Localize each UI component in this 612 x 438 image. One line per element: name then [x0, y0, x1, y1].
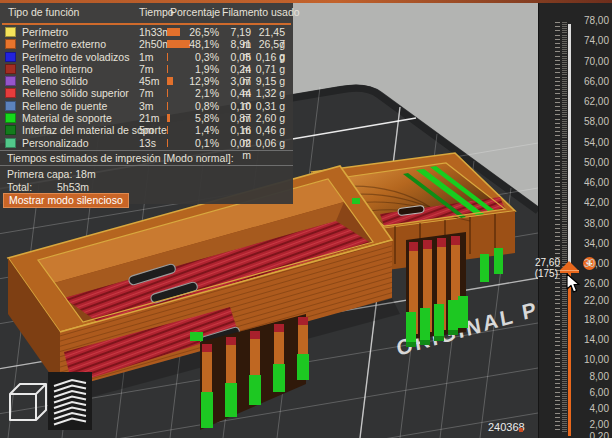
layer-height-label: 78,00: [575, 15, 609, 26]
estimates-title: Tiempos estimados de impresión [Modo nor…: [7, 152, 234, 164]
feature-percent-bar: [167, 102, 168, 110]
feature-percent: 2,1%: [183, 87, 219, 99]
feature-percent-bar: [167, 77, 173, 85]
layer-height-label: 46,00: [575, 177, 609, 188]
slider-handle-bar: [560, 270, 579, 273]
legend-header-percent: Porcentaje: [170, 6, 220, 22]
feature-percent: 0,8%: [183, 100, 219, 112]
feature-time: 5m: [139, 124, 154, 136]
feature-time: 1m: [139, 51, 154, 63]
feature-grams: 9,15 g: [252, 75, 285, 87]
feature-color-swatch: [5, 64, 16, 74]
slider-current-height: 27,60: [526, 257, 560, 268]
layer-ticks-minor: [562, 22, 567, 434]
feature-label: Relleno sólido superior: [22, 87, 129, 99]
layer-height-label: 10,00: [575, 354, 609, 365]
total-time-label: Total:: [7, 181, 32, 193]
layer-height-label: 2,00: [575, 419, 609, 430]
feature-time: 13s: [139, 137, 156, 149]
show-silent-mode-button[interactable]: Mostrar modo silencioso: [3, 193, 129, 208]
layer-height-label: 8,00: [575, 371, 609, 382]
separator: [0, 150, 293, 151]
layer-height-label: 54,00: [575, 137, 609, 148]
feature-time: 45m: [139, 75, 159, 87]
feature-color-swatch: [5, 138, 16, 148]
view-layers-button[interactable]: [48, 372, 92, 430]
feature-color-swatch: [5, 76, 16, 86]
feature-grams: 2,60 g: [252, 112, 285, 124]
window-top-border: [0, 0, 612, 3]
feature-color-swatch: [5, 125, 16, 135]
feature-percent: 12,9%: [183, 75, 219, 87]
feature-time: 7m: [139, 87, 154, 99]
layer-height-label: 74,00: [575, 35, 609, 46]
feature-grams: 0,71 g: [252, 63, 285, 75]
feature-percent: 48,1%: [183, 38, 219, 50]
layer-height-label: 38,00: [575, 218, 609, 229]
feature-label: Perímetro de voladizos: [22, 51, 129, 63]
feature-label: Relleno de puente: [22, 100, 107, 112]
first-layer-time: Primera capa: 18m: [7, 168, 96, 180]
legend-header-type: Tipo de función: [8, 6, 79, 22]
layer-height-label: 62,00: [575, 96, 609, 107]
feature-percent: 1,4%: [183, 124, 219, 136]
layer-height-label: 4,00: [575, 403, 609, 414]
feature-label: Personalizado: [22, 137, 89, 149]
layer-height-label: 14,00: [575, 334, 609, 345]
slider-track-upper[interactable]: [568, 24, 571, 266]
layer-height-label: 6,00: [575, 387, 609, 398]
layer-height-label: 18,00: [575, 314, 609, 325]
legend-row: Perímetro1h33m26,5%7,19 m21,45 g: [0, 26, 293, 38]
layer-height-label: 50,00: [575, 157, 609, 168]
feature-legend-panel: Tipo de función Tiempo Porcentaje Filame…: [0, 3, 293, 204]
feature-color-swatch: [5, 27, 16, 37]
view-3d-button[interactable]: [4, 376, 48, 430]
feature-grams: 0,16 g: [252, 51, 285, 63]
layer-ticks-major: [555, 22, 560, 434]
total-time-value: 5h53m: [57, 181, 89, 193]
slider-current-layer: (175): [524, 268, 558, 279]
slider-track-lower[interactable]: [568, 270, 571, 436]
layer-height-label: 30,00: [575, 258, 609, 269]
legend-row: Perímetro de voladizos1m0,3%0,05 m0,16 g: [0, 51, 293, 63]
layer-height-label: 58,00: [575, 116, 609, 127]
layer-height-label: 26,00: [575, 278, 609, 289]
feature-percent-bar: [167, 114, 170, 122]
layer-height-label: 0,20: [575, 431, 609, 438]
feature-label: Material de soporte: [22, 112, 112, 124]
feature-time: 7m: [139, 63, 154, 75]
layer-height-label: 42,00: [575, 197, 609, 208]
legend-row: Personalizado13s0,1%0,02 m0,06 g: [0, 137, 293, 149]
legend-row: Material de soporte21m5,8%0,87 m2,60 g: [0, 112, 293, 124]
layer-height-label: 66,00: [575, 76, 609, 87]
legend-header-rule: [2, 23, 291, 25]
layer-slider-panel: + 78,0074,0070,0066,0062,0058,0054,0050,…: [538, 0, 612, 438]
feature-grams: 1,32 g: [252, 87, 285, 99]
feature-percent: 5,8%: [183, 112, 219, 124]
legend-header-time: Tiempo: [139, 6, 174, 22]
feature-percent-bar: [167, 139, 168, 147]
feature-color-swatch: [5, 52, 16, 62]
feature-percent-bar: [167, 53, 168, 61]
layer-height-label: 34,00: [575, 238, 609, 249]
legend-row: Relleno de puente3m0,8%0,10 m0,31 g: [0, 100, 293, 112]
feature-grams: 0,46 g: [252, 124, 285, 136]
legend-row: Relleno sólido superior7m2,1%0,44 m1,32 …: [0, 87, 293, 99]
layer-height-label: 70,00: [575, 56, 609, 67]
legend-row: Relleno interno7m1,9%0,24 m0,71 g: [0, 63, 293, 75]
feature-percent-bar: [167, 89, 168, 97]
cube-icon: [4, 376, 48, 430]
feature-time: 3m: [139, 100, 154, 112]
legend-rows: Perímetro1h33m26,5%7,19 m21,45 gPerímetr…: [0, 26, 293, 149]
feature-percent-bar: [167, 28, 180, 36]
feature-label: Relleno sólido: [22, 75, 88, 87]
feature-percent: 1,9%: [183, 63, 219, 75]
legend-row: Interfaz del material de soporte5m1,4%0,…: [0, 124, 293, 136]
feature-percent-bar: [167, 65, 168, 73]
feature-color-swatch: [5, 113, 16, 123]
feature-time: 21m: [139, 112, 159, 124]
layer-height-label: 22,00: [575, 295, 609, 306]
feature-percent: 0,1%: [183, 137, 219, 149]
feature-percent-bar: [167, 126, 168, 134]
feature-label: Perímetro externo: [22, 38, 106, 50]
